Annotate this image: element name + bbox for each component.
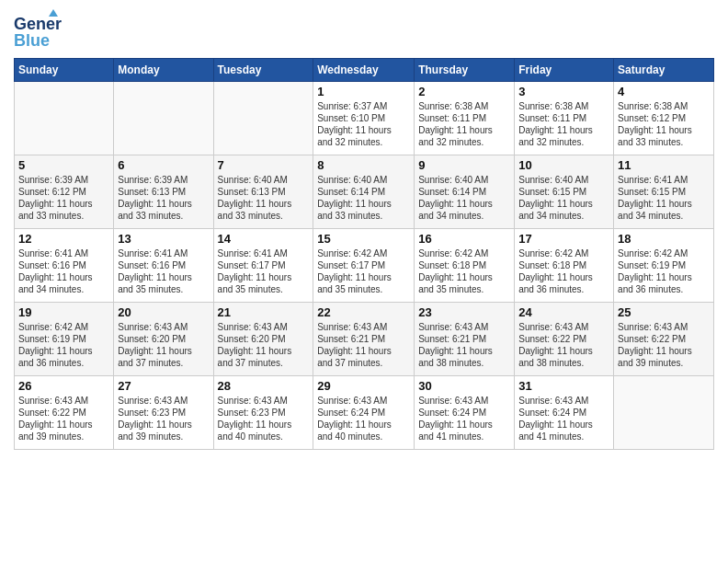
calendar-cell: 28Sunrise: 6:43 AM Sunset: 6:23 PM Dayli… xyxy=(213,376,313,450)
logo: General Blue xyxy=(14,9,62,51)
day-number: 20 xyxy=(118,305,209,319)
calendar-cell: 14Sunrise: 6:41 AM Sunset: 6:17 PM Dayli… xyxy=(213,229,313,303)
weekday-header-row: SundayMondayTuesdayWednesdayThursdayFrid… xyxy=(15,59,714,82)
weekday-header-wednesday: Wednesday xyxy=(313,59,415,82)
day-number: 3 xyxy=(518,85,609,98)
day-number: 29 xyxy=(317,379,410,393)
calendar-cell: 1Sunrise: 6:37 AM Sunset: 6:10 PM Daylig… xyxy=(313,82,415,155)
day-number: 15 xyxy=(317,232,410,246)
day-number: 6 xyxy=(118,158,209,172)
day-info: Sunrise: 6:42 AM Sunset: 6:19 PM Dayligh… xyxy=(618,247,710,295)
day-info: Sunrise: 6:43 AM Sunset: 6:24 PM Dayligh… xyxy=(518,395,609,442)
calendar-cell: 21Sunrise: 6:43 AM Sunset: 6:20 PM Dayli… xyxy=(213,303,313,376)
day-number: 5 xyxy=(18,158,109,172)
day-number: 25 xyxy=(618,305,710,319)
calendar-cell xyxy=(114,82,213,155)
calendar-cell xyxy=(15,82,114,155)
day-info: Sunrise: 6:43 AM Sunset: 6:23 PM Dayligh… xyxy=(218,395,310,442)
day-info: Sunrise: 6:39 AM Sunset: 6:12 PM Dayligh… xyxy=(18,174,109,222)
day-number: 1 xyxy=(317,85,410,98)
svg-text:General: General xyxy=(14,15,62,33)
day-number: 9 xyxy=(418,158,510,172)
calendar-cell: 8Sunrise: 6:40 AM Sunset: 6:14 PM Daylig… xyxy=(313,155,415,229)
calendar-cell: 23Sunrise: 6:43 AM Sunset: 6:21 PM Dayli… xyxy=(415,303,515,376)
day-info: Sunrise: 6:43 AM Sunset: 6:21 PM Dayligh… xyxy=(317,321,410,369)
day-number: 14 xyxy=(218,232,310,246)
day-number: 12 xyxy=(18,232,109,246)
calendar-cell: 2Sunrise: 6:38 AM Sunset: 6:11 PM Daylig… xyxy=(415,82,515,155)
day-number: 24 xyxy=(518,305,609,319)
calendar-cell: 12Sunrise: 6:41 AM Sunset: 6:16 PM Dayli… xyxy=(15,229,114,303)
calendar-cell: 24Sunrise: 6:43 AM Sunset: 6:22 PM Dayli… xyxy=(515,303,614,376)
day-number: 16 xyxy=(418,232,510,246)
day-number: 4 xyxy=(618,85,710,98)
weekday-header-sunday: Sunday xyxy=(15,59,114,82)
day-number: 31 xyxy=(518,379,609,393)
weekday-header-friday: Friday xyxy=(515,59,614,82)
day-info: Sunrise: 6:40 AM Sunset: 6:13 PM Dayligh… xyxy=(218,174,310,222)
calendar-cell: 22Sunrise: 6:43 AM Sunset: 6:21 PM Dayli… xyxy=(313,303,415,376)
calendar-cell: 4Sunrise: 6:38 AM Sunset: 6:12 PM Daylig… xyxy=(614,82,714,155)
day-info: Sunrise: 6:38 AM Sunset: 6:11 PM Dayligh… xyxy=(418,100,510,148)
calendar-cell: 3Sunrise: 6:38 AM Sunset: 6:11 PM Daylig… xyxy=(515,82,614,155)
day-info: Sunrise: 6:43 AM Sunset: 6:24 PM Dayligh… xyxy=(317,395,410,442)
calendar-cell: 16Sunrise: 6:42 AM Sunset: 6:18 PM Dayli… xyxy=(415,229,515,303)
day-number: 21 xyxy=(218,305,310,319)
header: General Blue xyxy=(14,9,714,51)
day-info: Sunrise: 6:42 AM Sunset: 6:17 PM Dayligh… xyxy=(317,247,410,295)
calendar-cell: 9Sunrise: 6:40 AM Sunset: 6:14 PM Daylig… xyxy=(415,155,515,229)
day-info: Sunrise: 6:43 AM Sunset: 6:20 PM Dayligh… xyxy=(118,321,209,369)
calendar-cell: 5Sunrise: 6:39 AM Sunset: 6:12 PM Daylig… xyxy=(15,155,114,229)
calendar-cell: 31Sunrise: 6:43 AM Sunset: 6:24 PM Dayli… xyxy=(515,376,614,450)
day-info: Sunrise: 6:41 AM Sunset: 6:16 PM Dayligh… xyxy=(118,247,209,295)
calendar-cell xyxy=(614,376,714,450)
calendar-week-4: 19Sunrise: 6:42 AM Sunset: 6:19 PM Dayli… xyxy=(15,303,714,376)
calendar-cell: 20Sunrise: 6:43 AM Sunset: 6:20 PM Dayli… xyxy=(114,303,213,376)
calendar-week-5: 26Sunrise: 6:43 AM Sunset: 6:22 PM Dayli… xyxy=(15,376,714,450)
day-number: 10 xyxy=(518,158,609,172)
day-info: Sunrise: 6:43 AM Sunset: 6:24 PM Dayligh… xyxy=(418,395,510,442)
day-info: Sunrise: 6:40 AM Sunset: 6:14 PM Dayligh… xyxy=(317,174,410,222)
calendar-cell: 7Sunrise: 6:40 AM Sunset: 6:13 PM Daylig… xyxy=(213,155,313,229)
day-number: 17 xyxy=(518,232,609,246)
calendar-cell: 30Sunrise: 6:43 AM Sunset: 6:24 PM Dayli… xyxy=(415,376,515,450)
day-number: 27 xyxy=(118,379,209,393)
calendar-header: SundayMondayTuesdayWednesdayThursdayFrid… xyxy=(15,59,714,82)
calendar-week-3: 12Sunrise: 6:41 AM Sunset: 6:16 PM Dayli… xyxy=(15,229,714,303)
day-number: 19 xyxy=(18,305,109,319)
day-number: 30 xyxy=(418,379,510,393)
day-info: Sunrise: 6:38 AM Sunset: 6:11 PM Dayligh… xyxy=(518,100,609,148)
logo-icon: General Blue xyxy=(14,9,62,51)
weekday-header-thursday: Thursday xyxy=(415,59,515,82)
day-info: Sunrise: 6:40 AM Sunset: 6:15 PM Dayligh… xyxy=(518,174,609,222)
day-info: Sunrise: 6:43 AM Sunset: 6:20 PM Dayligh… xyxy=(218,321,310,369)
day-info: Sunrise: 6:41 AM Sunset: 6:15 PM Dayligh… xyxy=(618,174,710,222)
calendar-cell: 13Sunrise: 6:41 AM Sunset: 6:16 PM Dayli… xyxy=(114,229,213,303)
calendar-cell xyxy=(213,82,313,155)
day-info: Sunrise: 6:43 AM Sunset: 6:22 PM Dayligh… xyxy=(618,321,710,369)
day-info: Sunrise: 6:42 AM Sunset: 6:18 PM Dayligh… xyxy=(518,247,609,295)
calendar-table: SundayMondayTuesdayWednesdayThursdayFrid… xyxy=(14,58,714,450)
calendar-cell: 18Sunrise: 6:42 AM Sunset: 6:19 PM Dayli… xyxy=(614,229,714,303)
day-info: Sunrise: 6:40 AM Sunset: 6:14 PM Dayligh… xyxy=(418,174,510,222)
svg-marker-2 xyxy=(49,9,58,17)
day-number: 13 xyxy=(118,232,209,246)
day-number: 23 xyxy=(418,305,510,319)
calendar-cell: 19Sunrise: 6:42 AM Sunset: 6:19 PM Dayli… xyxy=(15,303,114,376)
day-number: 8 xyxy=(317,158,410,172)
calendar-cell: 17Sunrise: 6:42 AM Sunset: 6:18 PM Dayli… xyxy=(515,229,614,303)
calendar-cell: 10Sunrise: 6:40 AM Sunset: 6:15 PM Dayli… xyxy=(515,155,614,229)
calendar-week-1: 1Sunrise: 6:37 AM Sunset: 6:10 PM Daylig… xyxy=(15,82,714,155)
day-number: 11 xyxy=(618,158,710,172)
calendar-cell: 26Sunrise: 6:43 AM Sunset: 6:22 PM Dayli… xyxy=(15,376,114,450)
day-info: Sunrise: 6:41 AM Sunset: 6:17 PM Dayligh… xyxy=(218,247,310,295)
day-number: 7 xyxy=(218,158,310,172)
day-info: Sunrise: 6:37 AM Sunset: 6:10 PM Dayligh… xyxy=(317,100,410,148)
page: General Blue SundayMondayTuesdayWednesda… xyxy=(0,0,728,563)
day-info: Sunrise: 6:38 AM Sunset: 6:12 PM Dayligh… xyxy=(618,100,710,148)
calendar-cell: 29Sunrise: 6:43 AM Sunset: 6:24 PM Dayli… xyxy=(313,376,415,450)
calendar-cell: 15Sunrise: 6:42 AM Sunset: 6:17 PM Dayli… xyxy=(313,229,415,303)
weekday-header-saturday: Saturday xyxy=(614,59,714,82)
calendar-week-2: 5Sunrise: 6:39 AM Sunset: 6:12 PM Daylig… xyxy=(15,155,714,229)
day-number: 22 xyxy=(317,305,410,319)
